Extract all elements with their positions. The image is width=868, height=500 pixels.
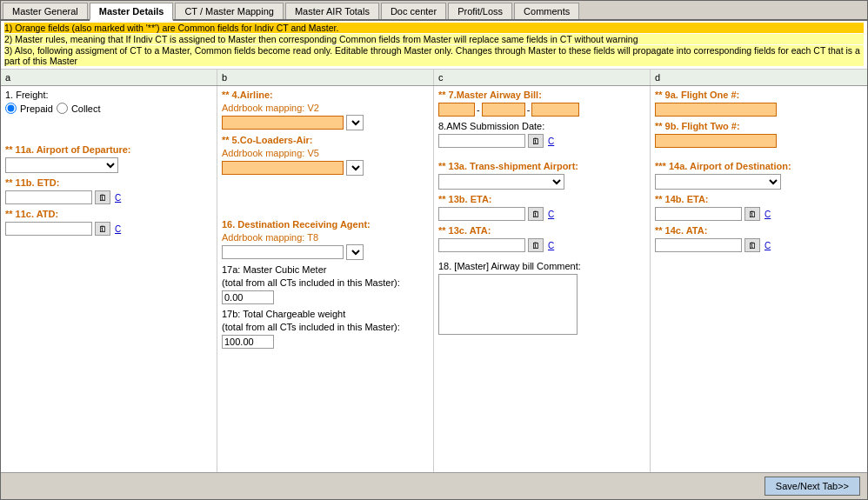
field-18-textarea[interactable] xyxy=(438,274,578,335)
field-17a-label: 17a: Master Cubic Meter xyxy=(222,264,429,275)
field-14a-select[interactable] xyxy=(655,174,781,190)
field-14b-label: ** 14b. ETA: xyxy=(655,194,863,204)
field-16-dropdown[interactable] xyxy=(346,244,364,260)
tab-comments[interactable]: Comments xyxy=(514,3,579,19)
field-17a-input[interactable] xyxy=(222,290,274,304)
field-14c-label: ** 14c. ATA: xyxy=(655,225,863,236)
field-11c-label: ** 11c. ATD: xyxy=(5,209,212,219)
form-area: a b c d 1. Freight: Prepaid Collect xyxy=(1,70,867,472)
field-14b-group: ** 14b. ETA: 🗓 C xyxy=(655,194,863,221)
field-13a-select[interactable] xyxy=(438,174,564,190)
field-8-input[interactable] xyxy=(438,134,525,148)
field-13c-cal[interactable]: 🗓 xyxy=(528,238,544,252)
field-13b-clear[interactable]: C xyxy=(546,210,556,219)
field-11b-input[interactable] xyxy=(5,190,92,204)
field-11b-clear[interactable]: C xyxy=(113,193,123,203)
tab-bar: Master General Master Details CT / Maste… xyxy=(1,1,867,21)
tab-master-general[interactable]: Master General xyxy=(3,3,88,19)
field-14a-group: *** 14a. Airport of Destination: xyxy=(655,161,863,190)
field-4-dropdown[interactable] xyxy=(346,115,364,130)
field-8-clear[interactable]: C xyxy=(546,137,556,146)
col-b-spacer xyxy=(222,180,429,215)
field-9b-label: ** 9b. Flight Two #: xyxy=(655,121,863,131)
field-11c-cal[interactable]: 🗓 xyxy=(95,222,110,236)
field-13c-clear[interactable]: C xyxy=(546,241,556,250)
field-5-group: ** 5.Co-Loaders-Air: Addrbook mapping: V… xyxy=(222,135,429,176)
field-8-label: 8.AMS Submission Date: xyxy=(438,121,645,131)
tab-profit-loss[interactable]: Profit/Loss xyxy=(448,3,512,19)
field-13b-cal[interactable]: 🗓 xyxy=(528,207,544,221)
header-a: a xyxy=(1,70,217,85)
prepaid-label: Prepaid xyxy=(20,103,53,114)
field-13b-input[interactable] xyxy=(438,207,525,221)
field-7-group: ** 7.Master Airway Bill: - - xyxy=(438,90,645,117)
collect-label: Collect xyxy=(71,103,101,114)
field-13c-row: 🗓 C xyxy=(438,238,645,252)
prepaid-radio[interactable] xyxy=(5,103,17,114)
field-9a-input[interactable] xyxy=(655,103,777,117)
field-5-row xyxy=(222,160,429,176)
field-8-cal[interactable]: 🗓 xyxy=(528,134,544,148)
field-7-input3[interactable] xyxy=(531,103,579,117)
field-7-input1[interactable] xyxy=(438,103,475,117)
freight-field: 1. Freight: Prepaid Collect xyxy=(5,90,212,114)
field-7-input2[interactable] xyxy=(482,103,525,117)
field-8-row: 🗓 C xyxy=(438,134,645,148)
field-18-label: 18. [Master] Airway bill Comment: xyxy=(438,261,645,271)
field-17b-input[interactable] xyxy=(222,335,274,349)
field-14b-input[interactable] xyxy=(655,207,742,221)
collect-radio[interactable] xyxy=(57,103,68,114)
field-11c-input[interactable] xyxy=(5,222,92,236)
tab-master-details[interactable]: Master Details xyxy=(90,3,174,21)
notice-1: 1) Orange fields (also marked with '**')… xyxy=(4,23,864,33)
field-11c-group: ** 11c. ATD: 🗓 C xyxy=(5,209,212,236)
col-b: ** 4.Airline: Addrbook mapping: V2 ** 5.… xyxy=(217,86,434,472)
field-9a-label: ** 9a. Flight One #: xyxy=(655,90,863,100)
field-13b-group: ** 13b. ETA: 🗓 C xyxy=(438,194,645,221)
notices-area: 1) Orange fields (also marked with '**')… xyxy=(1,21,867,70)
tab-master-air-totals[interactable]: Master AIR Totals xyxy=(285,3,379,19)
field-4-label: ** 4.Airline: xyxy=(222,90,429,100)
field-8-group: 8.AMS Submission Date: 🗓 C xyxy=(438,121,645,148)
field-14c-group: ** 14c. ATA: 🗓 C xyxy=(655,225,863,252)
field-14c-input[interactable] xyxy=(655,238,742,252)
field-5-dropdown[interactable] xyxy=(346,160,364,176)
field-14c-clear[interactable]: C xyxy=(763,241,772,250)
header-b: b xyxy=(217,70,434,85)
field-9b-input[interactable] xyxy=(655,134,777,148)
header-d: d xyxy=(651,70,867,85)
field-14a-label: *** 14a. Airport of Destination: xyxy=(655,161,863,171)
field-4-input[interactable] xyxy=(222,116,344,130)
field-14a-row xyxy=(655,174,863,190)
col-d: ** 9a. Flight One #: ** 9b. Flight Two #… xyxy=(651,86,867,472)
tab-ct-master-mapping[interactable]: CT / Master Mapping xyxy=(175,3,284,19)
field-11b-cal[interactable]: 🗓 xyxy=(95,190,110,204)
field-11a-select[interactable] xyxy=(5,157,118,173)
field-17a-group: 17a: Master Cubic Meter (total from all … xyxy=(222,264,429,304)
field-17b-group: 17b: Total Chargeable weight (total from… xyxy=(222,309,429,349)
grid-body: 1. Freight: Prepaid Collect ** 11a. Airp… xyxy=(1,86,867,472)
field-14c-cal[interactable]: 🗓 xyxy=(744,238,760,252)
field-16-group: 16. Destination Receiving Agent: Addrboo… xyxy=(222,219,429,260)
field-4-row xyxy=(222,115,429,130)
field-13c-label: ** 13c. ATA: xyxy=(438,225,645,236)
field-13a-label: ** 13a. Trans-shipment Airport: xyxy=(438,161,645,171)
field-17b-sub: (total from all CTs included in this Mas… xyxy=(222,322,429,332)
field-4-group: ** 4.Airline: Addrbook mapping: V2 xyxy=(222,90,429,130)
field-13b-label: ** 13b. ETA: xyxy=(438,194,645,204)
field-11b-group: ** 11b. ETD: 🗓 C xyxy=(5,177,212,204)
field-13c-group: ** 13c. ATA: 🗓 C xyxy=(438,225,645,252)
field-5-input[interactable] xyxy=(222,161,344,175)
field-16-input[interactable] xyxy=(222,245,344,259)
field-9b-group: ** 9b. Flight Two #: xyxy=(655,121,863,148)
field-14b-clear[interactable]: C xyxy=(763,210,772,219)
field-14b-cal[interactable]: 🗓 xyxy=(744,207,760,221)
field-11b-row: 🗓 C xyxy=(5,190,212,204)
awb-dash1: - xyxy=(477,104,480,115)
field-13c-input[interactable] xyxy=(438,238,525,252)
field-13a-row xyxy=(438,174,645,190)
tab-doc-center[interactable]: Doc center xyxy=(381,3,446,19)
field-11c-clear[interactable]: C xyxy=(113,224,123,234)
save-next-button[interactable]: Save/Next Tab>> xyxy=(765,477,860,496)
addrbook-5-label: Addrbook mapping: V5 xyxy=(222,148,429,158)
